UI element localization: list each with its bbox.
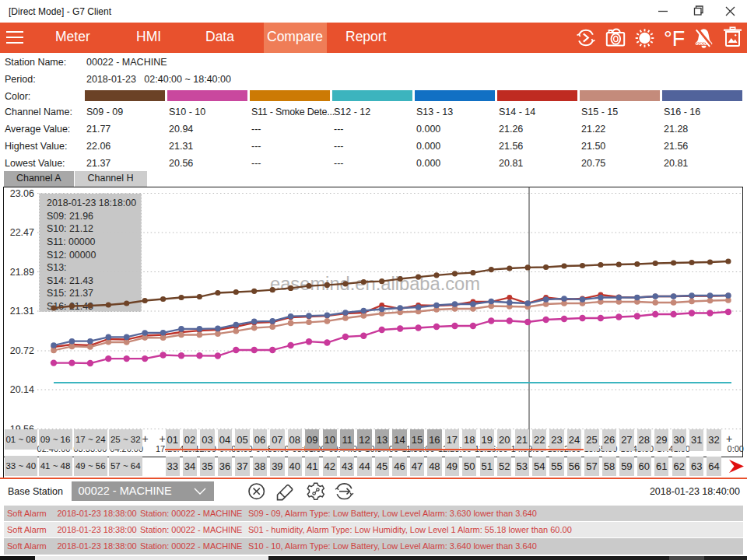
svg-text:S13:: S13: bbox=[47, 262, 67, 273]
svg-text:S14: 21.43: S14: 21.43 bbox=[47, 275, 93, 286]
svg-text:S12: 00000: S12: 00000 bbox=[47, 250, 96, 261]
svg-text:easemind.en.alibaba.com: easemind.en.alibaba.com bbox=[270, 274, 480, 294]
svg-text:20.72: 20.72 bbox=[10, 345, 34, 356]
svg-text:23.06: 23.06 bbox=[10, 188, 34, 199]
svg-text:22.47: 22.47 bbox=[10, 227, 34, 238]
svg-text:S10: 21.12: S10: 21.12 bbox=[47, 223, 93, 234]
svg-text:21.31: 21.31 bbox=[10, 306, 34, 317]
svg-text:20.14: 20.14 bbox=[10, 384, 34, 395]
svg-text:S09: 21.96: S09: 21.96 bbox=[47, 211, 93, 222]
svg-text:21.89: 21.89 bbox=[10, 267, 34, 278]
svg-text:S11: 00000: S11: 00000 bbox=[47, 236, 96, 247]
svg-text:S15: 21.37: S15: 21.37 bbox=[47, 288, 93, 299]
svg-text:0:00: 0:00 bbox=[728, 444, 744, 453]
svg-text:2018-01-23 18:18:00: 2018-01-23 18:18:00 bbox=[47, 198, 136, 208]
